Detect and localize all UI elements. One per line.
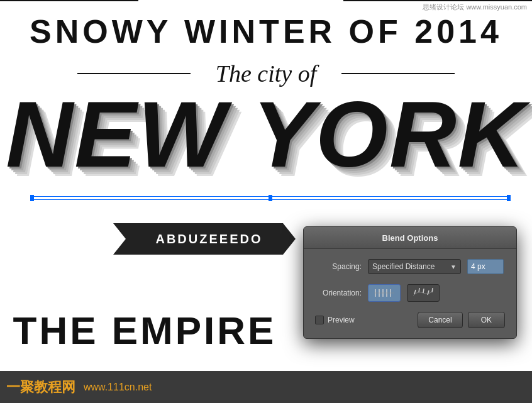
banner-line-right [343, 0, 532, 1]
empire-text: THE EMPIRE [0, 308, 289, 353]
preview-row: Preview Cancel OK [315, 312, 505, 328]
dropdown-arrow-icon: ▼ [450, 263, 457, 270]
preview-left: Preview [315, 316, 355, 324]
svg-line-7 [419, 288, 419, 292]
spacing-row: Spacing: Specified Distance ▼ 4 px [315, 259, 505, 274]
city-line-hr-left [77, 73, 191, 74]
orientation-icon-2 [411, 287, 436, 299]
banner-line-left [0, 0, 138, 1]
handle-tm[interactable] [269, 195, 272, 199]
orientation-btn-2[interactable] [407, 284, 440, 302]
bottom-bar: 一聚教程网 www.111cn.net [0, 371, 532, 403]
orientation-row: Orientation: [315, 284, 505, 302]
handle-tr[interactable] [507, 195, 511, 199]
ribbon-banner: ABDUZEEEDO [113, 223, 296, 255]
new-york-container: NEW YORK [0, 88, 532, 181]
orientation-btn-1[interactable] [368, 284, 401, 302]
px-input[interactable]: 4 px [467, 259, 504, 274]
handle-bm[interactable] [269, 197, 272, 201]
new-york-text: NEW YORK [6, 88, 526, 181]
spacing-dropdown[interactable]: Specified Distance ▼ [368, 259, 461, 274]
snowy-title: SNOWY WINTER OF 2014 [0, 13, 532, 50]
bottom-bar-url: www.111cn.net [78, 382, 152, 393]
dialog-titlebar: Blend Options [304, 227, 516, 249]
ok-button[interactable]: OK [468, 312, 505, 328]
dialog-buttons: Cancel OK [418, 312, 505, 328]
cancel-button[interactable]: Cancel [418, 312, 462, 328]
spacing-dropdown-text: Specified Distance [372, 262, 448, 271]
selection-box [31, 196, 509, 200]
spacing-label: Spacing: [315, 262, 362, 271]
handle-br[interactable] [507, 197, 511, 201]
watermark-top: 思绪设计论坛 www.missyuan.com [423, 3, 527, 12]
city-line-hr-right [341, 73, 455, 74]
dialog-title: Blend Options [382, 233, 438, 243]
orientation-label: Orientation: [315, 289, 362, 297]
svg-line-9 [428, 290, 429, 295]
svg-line-10 [432, 288, 433, 292]
handle-bl[interactable] [30, 197, 34, 201]
bottom-bar-logo: 一聚教程网 [6, 378, 75, 397]
preview-label: Preview [328, 316, 355, 324]
dialog-body: Spacing: Specified Distance ▼ 4 px Orien… [304, 249, 516, 338]
handle-tl[interactable] [30, 195, 34, 199]
blend-options-dialog: Blend Options Spacing: Specified Distanc… [303, 226, 517, 339]
preview-checkbox[interactable] [315, 316, 324, 324]
ribbon-text: ABDUZEEEDO [155, 232, 262, 246]
svg-line-8 [423, 289, 424, 293]
orientation-icon-1 [372, 287, 397, 299]
